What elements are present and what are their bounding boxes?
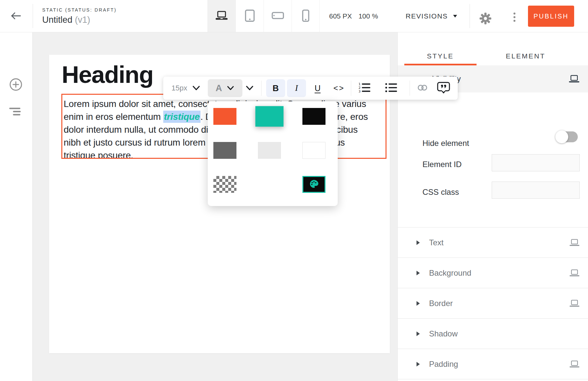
publish-button[interactable]: PUBLISH	[528, 6, 574, 27]
device-desktop-button[interactable]	[207, 0, 235, 32]
device-visibility-icon[interactable]	[570, 269, 579, 277]
panel-section-border[interactable]: Border	[398, 288, 588, 318]
more-options-button[interactable]	[510, 10, 519, 24]
link-button[interactable]	[417, 84, 428, 93]
chevron-right-icon	[417, 362, 420, 366]
panel-section-margin[interactable]: Margin	[398, 379, 588, 381]
canvas-width-value: 605 PX	[329, 12, 352, 20]
transparent-pattern-swatch[interactable]	[213, 176, 236, 193]
tab-style[interactable]: STYLE	[398, 32, 483, 65]
chevron-right-icon	[417, 271, 420, 275]
bold-button[interactable]: B	[266, 79, 285, 97]
teal-swatch[interactable]	[255, 106, 283, 126]
panel-section-background[interactable]: Background	[398, 258, 588, 288]
status-label: STATIC (STATUS: DRAFT)	[42, 7, 117, 13]
visibility-section-body: Hide element Element ID CSS class	[398, 92, 588, 227]
device-visibility-icon[interactable]	[570, 360, 579, 368]
left-rail	[0, 32, 33, 381]
hide-element-toggle[interactable]	[556, 131, 578, 142]
device-tablet-button[interactable]	[235, 0, 263, 32]
svg-text:3: 3	[358, 89, 360, 93]
swatch-grid	[208, 101, 338, 193]
palette-icon	[309, 179, 319, 190]
text-toolbar: 15px A B I U <> 123	[163, 77, 458, 100]
more-format-chevron-icon[interactable]	[246, 86, 254, 91]
element-id-label: Element ID	[422, 160, 462, 169]
section-label: Border	[429, 299, 453, 308]
custom-color-palette-swatch[interactable]	[302, 176, 325, 193]
dark-gray-swatch[interactable]	[213, 142, 236, 159]
highlighted-word: tristique	[163, 111, 201, 123]
css-class-input[interactable]	[492, 182, 580, 199]
device-mobile-landscape-button[interactable]	[263, 0, 292, 32]
structure-outline-button[interactable]	[9, 107, 21, 116]
ordered-list-icon: 123	[358, 83, 371, 94]
bullet-list-icon	[385, 83, 397, 94]
light-gray-swatch[interactable]	[258, 142, 281, 159]
revisions-dropdown[interactable]: REVISIONS	[404, 0, 459, 32]
quote-bubble-icon	[437, 82, 450, 95]
white-swatch[interactable]	[302, 142, 325, 159]
device-preview-switcher	[207, 0, 320, 32]
device-visibility-icon[interactable]	[569, 75, 579, 83]
zoom-level-value: 100 %	[358, 12, 378, 20]
canvas-heading[interactable]: Heading	[62, 61, 153, 88]
page-title: Untitled (v1)	[42, 15, 117, 25]
chevron-right-icon	[417, 331, 420, 336]
laptop-icon	[215, 10, 229, 22]
device-visibility-icon[interactable]	[570, 299, 579, 307]
caret-down-icon	[453, 15, 457, 17]
underline-button[interactable]: U	[311, 84, 324, 93]
empty-swatch-cell	[258, 176, 281, 193]
tab-element[interactable]: ELEMENT	[483, 32, 569, 65]
back-arrow-icon	[10, 16, 21, 21]
italic-button[interactable]: I	[287, 79, 306, 97]
add-element-button[interactable]	[9, 78, 22, 91]
kebab-icon	[510, 13, 519, 22]
toggle-knob	[555, 130, 568, 143]
device-mobile-portrait-button[interactable]	[292, 0, 320, 32]
topbar-divider	[470, 4, 470, 28]
black-swatch[interactable]	[302, 108, 325, 125]
section-label: Text	[429, 238, 444, 247]
panel-section-padding[interactable]: Padding	[398, 349, 588, 379]
device-visibility-icon[interactable]	[570, 239, 579, 247]
phone-landscape-icon	[271, 12, 284, 20]
font-size-chevron-icon[interactable]	[192, 86, 200, 91]
color-picker-popup	[208, 101, 338, 206]
tablet-icon	[245, 9, 255, 23]
code-button[interactable]: <>	[331, 84, 347, 93]
ordered-list-button[interactable]: 123	[358, 83, 371, 94]
section-label: Padding	[429, 360, 458, 369]
gear-icon	[479, 21, 492, 26]
version-label: (v1)	[75, 15, 90, 25]
document-title-block: STATIC (STATUS: DRAFT) Untitled (v1)	[42, 7, 117, 25]
text-color-dropdown[interactable]: A	[208, 79, 242, 97]
svg-text:1: 1	[358, 83, 360, 86]
quote-comment-button[interactable]	[437, 82, 450, 95]
canvas-size-indicator: 605 PX 100 %	[329, 0, 378, 32]
css-class-label: CSS class	[422, 188, 459, 197]
back-button[interactable]	[9, 11, 22, 21]
app-root: STATIC (STATUS: DRAFT) Untitled (v1)	[0, 0, 588, 381]
element-id-input[interactable]	[492, 154, 580, 171]
toolbar-divider	[351, 81, 351, 96]
panel-section-text[interactable]: Text	[398, 227, 588, 258]
orange-swatch[interactable]	[213, 108, 236, 125]
phone-portrait-icon	[302, 9, 310, 23]
font-size-dropdown[interactable]: 15px	[171, 84, 187, 92]
link-icon	[417, 84, 428, 93]
toolbar-divider	[410, 81, 410, 96]
section-label: Shadow	[429, 329, 458, 338]
panel-section-shadow[interactable]: Shadow	[398, 318, 588, 349]
panel-sections: TextBackgroundBorderShadowPaddingMargin	[398, 227, 588, 381]
svg-text:2: 2	[358, 86, 360, 89]
panel-tabs: STYLE ELEMENT	[398, 32, 568, 65]
bullet-list-button[interactable]	[385, 83, 398, 94]
topbar-divider	[33, 4, 33, 28]
settings-button[interactable]	[479, 12, 492, 25]
topbar: STATIC (STATUS: DRAFT) Untitled (v1)	[0, 0, 588, 32]
chevron-right-icon	[417, 301, 420, 306]
hide-element-label: Hide element	[422, 139, 469, 148]
chevron-down-icon	[227, 86, 234, 91]
